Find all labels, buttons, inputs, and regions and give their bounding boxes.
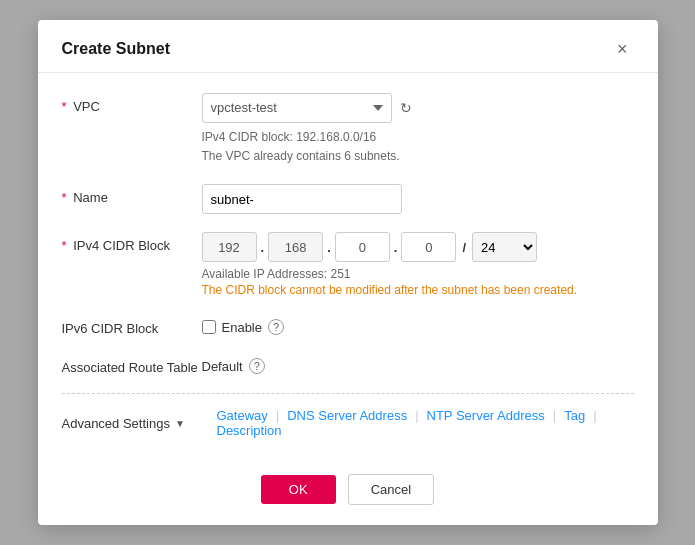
- vpc-subnets-info: The VPC already contains 6 subnets.: [202, 147, 634, 166]
- route-table-row: Associated Route Table Default ?: [62, 354, 634, 375]
- route-table-label: Associated Route Table: [62, 354, 202, 375]
- ntp-server-link[interactable]: NTP Server Address: [427, 408, 545, 423]
- vpc-cidr-info: IPv4 CIDR block: 192.168.0.0/16: [202, 128, 634, 147]
- sep-2: |: [415, 408, 418, 423]
- advanced-settings-label: Advanced Settings: [62, 416, 170, 431]
- vpc-required-star: *: [62, 99, 67, 114]
- route-table-value: Default: [202, 359, 243, 374]
- ipv6-label: IPv6 CIDR Block: [62, 315, 202, 336]
- cidr-seg3[interactable]: [335, 232, 390, 262]
- ipv4-cidr-row: * IPv4 CIDR Block . . . / 24: [62, 232, 634, 297]
- name-input[interactable]: [202, 184, 402, 214]
- gateway-link[interactable]: Gateway: [217, 408, 268, 423]
- modal-body: * VPC vpctest-test ↻ IPv4 CIDR block: 19…: [38, 73, 658, 458]
- modal-title: Create Subnet: [62, 40, 170, 58]
- ipv6-cidr-row: IPv6 CIDR Block Enable ?: [62, 315, 634, 336]
- cidr-prefix-select[interactable]: 24 25 26: [472, 232, 537, 262]
- ipv6-help-icon[interactable]: ?: [268, 319, 284, 335]
- advanced-links-group: Gateway | DNS Server Address | NTP Serve…: [217, 408, 634, 438]
- name-required-star: *: [62, 190, 67, 205]
- route-table-help-icon[interactable]: ?: [249, 358, 265, 374]
- modal-overlay: Create Subnet × * VPC vpctest-test ↻: [0, 0, 695, 545]
- ipv6-enable-label: Enable: [222, 320, 262, 335]
- vpc-info: IPv4 CIDR block: 192.168.0.0/16 The VPC …: [202, 128, 634, 166]
- cidr-dot-2: .: [327, 240, 331, 255]
- route-value-row: Default ?: [202, 354, 634, 374]
- name-row: * Name: [62, 184, 634, 214]
- cidr-dot-3: .: [394, 240, 398, 255]
- cidr-slash: /: [462, 240, 466, 255]
- vpc-label: * VPC: [62, 93, 202, 114]
- cidr-available-info: Available IP Addresses: 251: [202, 267, 634, 281]
- sep-3: |: [553, 408, 556, 423]
- description-link[interactable]: Description: [217, 423, 282, 438]
- name-label: * Name: [62, 184, 202, 205]
- sep-4: |: [593, 408, 596, 423]
- ipv6-enable-checkbox[interactable]: [202, 320, 216, 334]
- cidr-dot-1: .: [261, 240, 265, 255]
- vpc-control-group: vpctest-test ↻ IPv4 CIDR block: 192.168.…: [202, 93, 634, 166]
- tag-link[interactable]: Tag: [564, 408, 585, 423]
- create-subnet-modal: Create Subnet × * VPC vpctest-test ↻: [38, 20, 658, 525]
- vpc-select-row: vpctest-test ↻: [202, 93, 634, 123]
- ok-button[interactable]: OK: [261, 475, 336, 504]
- dns-server-link[interactable]: DNS Server Address: [287, 408, 407, 423]
- sep-1: |: [276, 408, 279, 423]
- vpc-select[interactable]: vpctest-test: [202, 93, 392, 123]
- name-control-group: [202, 184, 634, 214]
- advanced-settings-row: Advanced Settings ▼ Gateway | DNS Server…: [62, 408, 634, 438]
- modal-header: Create Subnet ×: [38, 20, 658, 73]
- cidr-warning: The CIDR block cannot be modified after …: [202, 283, 634, 297]
- cancel-button[interactable]: Cancel: [348, 474, 434, 505]
- refresh-icon[interactable]: ↻: [400, 100, 412, 116]
- ipv4-required-star: *: [62, 238, 67, 253]
- cidr-seg2: [268, 232, 323, 262]
- ipv6-enable-row: Enable ?: [202, 315, 634, 335]
- ipv4-control-group: . . . / 24 25 26 Available IP Addres: [202, 232, 634, 297]
- modal-footer: OK Cancel: [38, 458, 658, 525]
- ipv4-label: * IPv4 CIDR Block: [62, 232, 202, 253]
- cidr-seg4[interactable]: [401, 232, 456, 262]
- advanced-settings-toggle[interactable]: Advanced Settings ▼: [62, 416, 217, 431]
- chevron-down-icon: ▼: [175, 418, 185, 429]
- route-table-control-group: Default ?: [202, 354, 634, 374]
- close-button[interactable]: ×: [611, 38, 634, 60]
- vpc-row: * VPC vpctest-test ↻ IPv4 CIDR block: 19…: [62, 93, 634, 166]
- ipv6-control-group: Enable ?: [202, 315, 634, 335]
- section-divider: [62, 393, 634, 394]
- cidr-seg1: [202, 232, 257, 262]
- cidr-input-row: . . . / 24 25 26: [202, 232, 634, 262]
